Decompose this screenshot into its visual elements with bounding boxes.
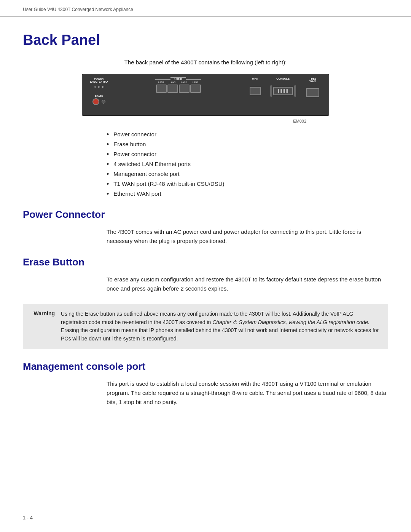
wan-port [250,87,261,95]
power-connector-body: The 4300T comes with an AC power cord an… [107,227,388,246]
lan2-label: LAN2 [179,81,190,83]
lan-section: 10/100 LAN4 LAN3 LAN2 LAN1 [115,77,242,112]
erase-button-body: To erase any custom configuration and re… [107,275,388,293]
figure-label: EM002 [23,119,388,123]
console-section: CONSOLE [269,77,297,112]
page-title: Back Panel [23,32,388,48]
power-label: POWER 12VDC, 3A MAX [90,77,108,84]
list-item: T1 WAN port (RJ-48 with built-in CSU/DSU… [107,181,388,187]
list-item: Erase button [107,141,388,148]
db9-pin-2 [280,89,280,93]
wan-label: WAN [252,77,258,80]
intro-text: The back panel of the 4300T contains the… [23,59,388,66]
device-image-container: POWER 12VDC, 3A MAX ⊕ ⊖ ⊙ ERASE [23,74,388,116]
t1e1-top-label: T1/E1 [309,77,316,80]
lan3-port [167,85,178,93]
warning-label: Warning [28,310,55,316]
console-port [273,87,293,95]
management-console-body: This port is used to establish a local c… [107,379,388,407]
wan-section: WAN [245,77,266,112]
erase-button-graphic [92,98,99,105]
lan3-label: LAN3 [167,81,178,83]
lan2-port [179,85,190,93]
lan-port-labels: LAN4 LAN3 LAN2 LAN1 [156,81,201,83]
page-header: User Guide V²IU 4300T Converged Network … [0,0,411,17]
device-panel: POWER 12VDC, 3A MAX ⊕ ⊖ ⊙ ERASE [82,74,329,116]
list-item: Ethernet WAN port [107,190,388,197]
t1e1-labels: T1/E1 WAN [309,77,316,83]
warning-text-italic: Chapter 4: System Diagnostics, viewing t… [212,319,370,325]
lan1-port [190,85,201,93]
page-number: 1 - 4 [23,515,33,521]
warning-box: Warning Using the Erase button as outlin… [23,304,388,349]
lan-top-label: 10/100 [170,77,186,80]
db9-pin-7 [287,89,288,93]
lan4-label: LAN4 [156,81,167,83]
list-item: 4 switched LAN Ethernet ports [107,161,388,168]
power-connector-heading: Power Connector [23,209,388,220]
warning-text: Using the Erase button as outlined above… [61,310,381,343]
list-item: Power connector [107,151,388,158]
lan4-port [156,85,167,93]
header-title: User Guide V²IU 4300T Converged Network … [23,7,133,12]
erase-led [102,100,105,104]
console-label: CONSOLE [276,77,290,80]
erase-button-heading: Erase Button [23,256,388,268]
management-console-heading: Management console port [23,361,388,372]
lan-ports [156,85,201,93]
t1e1-port [306,88,319,97]
list-item: Management console port [107,171,388,177]
erase-area: ERASE [92,95,105,105]
page-footer: 1 - 4 [23,515,33,521]
db9-pin-4 [283,89,284,93]
db9-pin-6 [286,89,287,93]
erase-label: ERASE [95,95,103,97]
t1e1-wan-label: WAN [309,80,315,83]
power-section: POWER 12VDC, 3A MAX ⊕ ⊖ ⊙ ERASE [86,77,112,112]
t1e1-section: T1/E1 WAN [300,77,325,112]
lan1-label: LAN1 [190,81,201,83]
db9-pin-3 [281,89,282,93]
db9-pin-5 [284,89,285,93]
feature-list: Power connector Erase button Power conne… [107,131,388,197]
warning-text-part2: Erasing the configuration means that IP … [61,327,379,342]
db9-pin-1 [278,89,279,93]
list-item: Power connector [107,131,388,138]
